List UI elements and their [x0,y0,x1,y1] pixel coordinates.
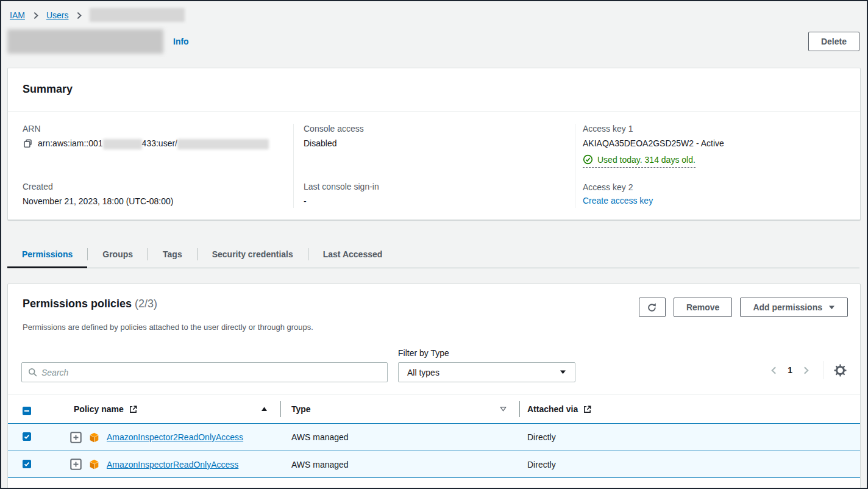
table-settings-button[interactable] [833,363,848,378]
tab-security-credentials[interactable]: Security credentials [197,243,308,268]
tab-permissions[interactable]: Permissions [7,243,87,268]
caret-down-icon [560,370,566,374]
access-key2-label: Access key 2 [583,182,850,192]
summary-column-3: Access key 1 AKIAQA35DEOA2GSD25W2 - Acti… [575,124,860,208]
tab-bar: Permissions Groups Tags Security credent… [7,243,859,268]
redacted-user-name [90,8,185,22]
sort-ascending-icon [261,407,268,412]
table-row: AmazonInspector2ReadOnlyAccess AWS manag… [8,423,860,451]
gear-icon [834,364,847,377]
redacted-account-id [103,139,142,149]
next-page-button[interactable] [799,363,814,377]
breadcrumb-users[interactable]: Users [46,10,69,20]
chevron-left-icon [770,366,778,375]
tab-tags[interactable]: Tags [148,243,197,268]
access-key1-value: AKIAQA35DEOA2GSD25W2 - Active [583,137,850,150]
attached-via-cell: Directly [520,432,860,442]
created-label: Created [23,182,283,191]
chevron-right-icon [32,12,40,20]
policy-link[interactable]: AmazonInspectorReadOnlyAccess [107,460,238,469]
search-input[interactable] [41,368,381,377]
redacted-arn-user [177,139,269,149]
chevron-right-icon [802,366,810,375]
policies-count: (2/3) [135,298,157,310]
table-row: AmazonInspectorReadOnlyAccess AWS manage… [8,451,860,478]
create-access-key-link[interactable]: Create access key [583,196,653,205]
search-box [21,362,388,382]
page-header: Info Delete [1,28,867,55]
previous-page-button[interactable] [766,363,781,377]
chevron-right-icon [75,12,83,20]
attached-via-cell: Directly [520,460,860,469]
policy-type-cell: AWS managed [281,460,520,469]
delete-button[interactable]: Delete [808,32,859,51]
copy-arn-icon[interactable] [23,138,33,149]
info-link[interactable]: Info [173,37,189,46]
filter-by-type-label: Filter by Type [398,348,575,358]
policy-link[interactable]: AmazonInspector2ReadOnlyAccess [107,432,243,442]
column-header-type[interactable]: Type [281,395,520,423]
console-access-value: Disabled [304,137,565,150]
refresh-icon [647,302,657,313]
pagination-divider [824,361,824,379]
filter-group: Filter by Type All types [398,348,575,382]
summary-card: Summary ARN arn:aws:iam::001433:user/ Cr… [7,68,861,220]
access-key1-status[interactable]: Used today. 314 days old. [583,154,695,168]
expand-row-button[interactable] [70,459,82,470]
managed-policy-icon [89,432,99,443]
summary-column-1: ARN arn:aws:iam::001433:user/ Created No… [8,124,293,208]
created-field: Created November 21, 2023, 18:00 (UTC-08… [23,182,283,208]
external-link-icon [129,405,138,414]
summary-title: Summary [23,83,848,96]
type-filter-value: All types [407,368,439,377]
column-header-policy-name[interactable]: Policy name [49,395,281,423]
current-page: 1 [788,365,792,375]
summary-column-2: Console access Disabled Last console sig… [293,124,575,208]
row-checkbox[interactable] [23,460,31,468]
policy-name-cell: AmazonInspectorReadOnlyAccess [49,459,281,470]
type-filter-select[interactable]: All types [398,362,575,382]
policies-header: Permissions policies (2/3) Remove Add pe… [8,284,860,317]
last-signin-value: - [304,195,565,208]
row-checkbox[interactable] [23,432,31,441]
pagination: 1 [766,361,848,379]
last-signin-label: Last console sign-in [304,182,565,191]
managed-policy-icon [89,459,99,469]
sortable-icon [500,407,507,412]
remove-button[interactable]: Remove [674,298,732,317]
permissions-policies-card: Permissions policies (2/3) Remove Add pe… [7,284,861,489]
caret-down-icon [828,305,835,310]
arn-field: ARN arn:aws:iam::001433:user/ [23,124,283,150]
policies-actions: Remove Add permissions [639,298,848,317]
check-circle-icon [583,154,593,165]
search-icon [28,368,37,377]
external-link-icon [583,405,592,414]
tab-groups[interactable]: Groups [88,243,148,268]
column-header-attached-via: Attached via [520,395,860,423]
tab-last-accessed[interactable]: Last Accessed [308,243,397,268]
summary-grid: ARN arn:aws:iam::001433:user/ Created No… [8,112,860,220]
select-all-cell [8,404,49,415]
policy-type-cell: AWS managed [281,432,520,442]
arn-value: arn:aws:iam::001433:user/ [38,137,269,150]
select-all-checkbox[interactable] [23,407,31,415]
refresh-button[interactable] [639,298,666,317]
expand-row-button[interactable] [70,432,82,443]
console-access-field: Console access Disabled [304,124,565,150]
policy-name-cell: AmazonInspector2ReadOnlyAccess [49,432,281,443]
breadcrumb-iam[interactable]: IAM [10,10,25,20]
add-permissions-button[interactable]: Add permissions [740,298,848,317]
access-key2-field: Access key 2 Create access key [583,182,850,206]
table-header-row: Policy name Type Attached via [8,394,860,423]
arn-label: ARN [23,124,283,134]
summary-card-header: Summary [8,68,860,112]
row-select-cell [8,432,49,442]
filter-row: Filter by Type All types 1 [8,348,860,382]
created-value: November 21, 2023, 18:00 (UTC-08:00) [23,195,283,208]
last-signin-field: Last console sign-in - [304,182,565,208]
iam-user-detail-page: IAM Users Info Delete Summary ARN [0,0,868,489]
policies-description: Permissions are defined by policies atta… [8,323,860,332]
breadcrumb: IAM Users [1,1,867,22]
access-key1-label: Access key 1 [583,124,850,134]
access-key1-field: Access key 1 AKIAQA35DEOA2GSD25W2 - Acti… [583,124,850,168]
